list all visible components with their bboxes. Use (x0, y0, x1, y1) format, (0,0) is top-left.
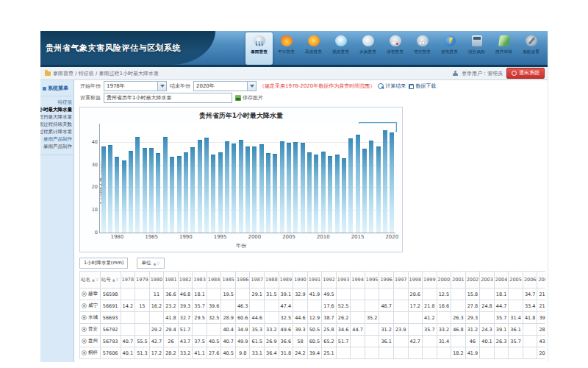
value-cell (393, 336, 408, 347)
col-header-year-1985[interactable]: 1985 (221, 272, 236, 289)
col-header-year-1994[interactable]: 1994 (351, 272, 365, 289)
col-header-year-1987[interactable]: 1987 (250, 272, 265, 289)
col-header-year-2001[interactable]: 2001 (451, 272, 466, 289)
col-header-year-1978[interactable]: 1978 (121, 272, 135, 289)
value-cell: 60.5 (307, 336, 322, 347)
unit-selector[interactable]: 单位 ▲▽ (137, 258, 165, 269)
nav-item-7[interactable]: 雷电普查 (436, 32, 463, 65)
value-cell: 21.8 (423, 300, 437, 312)
col-header-year-1989[interactable]: 1989 (279, 272, 293, 289)
col-header-year-2007[interactable]: 2007 (537, 272, 545, 289)
value-cell: 41.1 (193, 347, 207, 359)
nav-item-0[interactable]: 暴雨普查 (245, 32, 273, 65)
col-header-year-1986[interactable]: 1986 (235, 272, 250, 289)
nav-item-6[interactable]: 雪灾普查 (409, 32, 436, 65)
value-cell: 39.1 (279, 289, 293, 300)
value-cell: 25.1 (322, 347, 337, 359)
nav-item-4[interactable]: 大风普查 (354, 32, 381, 65)
row-radio[interactable] (82, 339, 87, 344)
bar-1981 (122, 160, 126, 233)
col-header-year-2004[interactable]: 2004 (494, 272, 509, 289)
value-cell: 21.9 (537, 289, 545, 300)
col-header-year-1998[interactable]: 1998 (408, 272, 423, 289)
value-cell: 25.8 (322, 324, 337, 336)
chevron-down-icon[interactable] (157, 82, 166, 91)
col-header-year-1991[interactable]: 1991 (307, 272, 322, 289)
value-cell (523, 324, 537, 336)
value-cell (393, 347, 408, 359)
col-header-year-1983[interactable]: 1983 (193, 272, 207, 289)
value-cell: 15.8 (465, 289, 480, 300)
value-cell: 21.2 (537, 300, 545, 312)
row-radio[interactable] (82, 303, 87, 308)
top-nav: 暴雨普查干旱普查高温普查低温普查大风普查冰雹普查雪灾普查雷电普查综合风险图件审核… (245, 32, 545, 65)
row-radio[interactable] (82, 327, 87, 332)
chart-title-input[interactable]: 贵州省历年1小时最大降水量 (104, 93, 232, 103)
row-radio[interactable] (82, 350, 87, 355)
nav-item-10[interactable]: 系统设置 (517, 32, 545, 65)
sidebar-item-1[interactable]: 暴雨过程1小时最大降水量 (40, 106, 74, 113)
save-image-button[interactable]: 保存图片 (235, 94, 263, 102)
col-header-name[interactable]: 站名 ▲▽ (80, 272, 101, 289)
app-window: 贵州省气象灾害风险评估与区划系统 暴雨普查干旱普查高温普查低温普查大风普查冰雹普… (40, 31, 548, 362)
value-cell: 23.2 (164, 300, 179, 312)
logout-button[interactable]: 退出系统 (506, 68, 545, 79)
col-header-year-1995[interactable]: 1995 (365, 272, 379, 289)
col-header-year-2000[interactable]: 2000 (437, 272, 451, 289)
sidebar-tree: 特征值暴雨过程1小时最大降水量暴雨过程日最大降水量暴雨过程持续天数暴雨过程累计降… (40, 96, 74, 150)
data-download-button[interactable]: 数据下载 (409, 82, 436, 90)
col-header-year-2002[interactable]: 2002 (465, 272, 480, 289)
chart-panel: 贵州省历年1小时最大降水量 国家站平均 1小时降水量（mm） 010203040… (79, 107, 403, 252)
col-header-year-2006[interactable]: 2006 (523, 272, 537, 289)
col-header-year-2003[interactable]: 2003 (480, 272, 495, 289)
calc-result-button[interactable]: 计算结果 (378, 82, 406, 90)
sidebar-item-3[interactable]: 暴雨过程持续天数 (40, 121, 74, 128)
sidebar-item-2[interactable]: 暴雨过程日最大降水量 (40, 113, 74, 121)
col-header-year-1980[interactable]: 1980 (149, 272, 164, 289)
col-header-year-1984[interactable]: 1984 (207, 272, 221, 289)
sidebar-item-6[interactable]: 暴雨产品制作 (40, 143, 74, 150)
row-radio[interactable] (82, 291, 87, 297)
col-header-year-1993[interactable]: 1993 (336, 272, 351, 289)
col-header-year-1982[interactable]: 1982 (178, 272, 193, 289)
nav-item-3[interactable]: 低温普查 (327, 32, 354, 65)
end-year-select[interactable]: 2020年 (193, 81, 257, 91)
station-table-wrap[interactable]: 站名 ▲▽站号 ▲▽197819791980198119821983198419… (79, 271, 545, 362)
bar-1993 (204, 138, 209, 233)
sidebar-item-5[interactable]: 暴雨产品制作 (40, 135, 74, 143)
col-header-year-1996[interactable]: 1996 (379, 272, 394, 289)
row-radio[interactable] (82, 315, 87, 320)
nav-item-label: 高温普查 (301, 49, 326, 55)
col-header-year-1992[interactable]: 1992 (322, 272, 337, 289)
nav-item-5[interactable]: 冰雹普查 (381, 32, 409, 65)
col-header-id[interactable]: 站号 ▲▽ (100, 272, 121, 289)
value-cell (365, 324, 379, 336)
col-header-year-1988[interactable]: 1988 (265, 272, 279, 289)
nav-item-2[interactable]: 高温普查 (300, 32, 327, 65)
nav-item-1[interactable]: 干旱普查 (273, 32, 300, 65)
bar-2014 (348, 138, 353, 233)
chevron-down-icon[interactable] (247, 82, 256, 91)
sidebar-item-0[interactable]: 特征值 (40, 99, 74, 106)
bar-2018 (376, 146, 381, 233)
col-header-year-1990[interactable]: 1990 (293, 272, 308, 289)
col-header-year-1997[interactable]: 1997 (393, 272, 408, 289)
value-cell (393, 312, 408, 324)
nav-item-9[interactable]: 图件审核 (490, 32, 517, 65)
nav-item-8[interactable]: 综合风险 (463, 32, 490, 65)
col-header-year-2005[interactable]: 2005 (509, 272, 523, 289)
value-cell: 40.4 (221, 324, 236, 336)
col-header-year-1979[interactable]: 1979 (135, 272, 150, 289)
value-cell (480, 312, 495, 324)
end-year-label: 结束年份 (170, 82, 190, 90)
sidebar-item-4[interactable]: 暴雨过程累计降水量 (40, 128, 74, 135)
bar-1979 (108, 145, 112, 233)
col-header-year-1999[interactable]: 1999 (423, 272, 437, 289)
value-cell (365, 336, 379, 347)
col-header-year-1981[interactable]: 1981 (164, 272, 179, 289)
bar-2012 (335, 155, 340, 233)
breadcrumb: 暴雨普查 / 特征值 / 暴雨过程1小时最大降水量 (53, 70, 159, 77)
start-year-select[interactable]: 1978年 (104, 81, 167, 91)
metric-selector[interactable]: 1小时降水量(mm) (79, 258, 128, 269)
bar-1984 (143, 148, 147, 233)
